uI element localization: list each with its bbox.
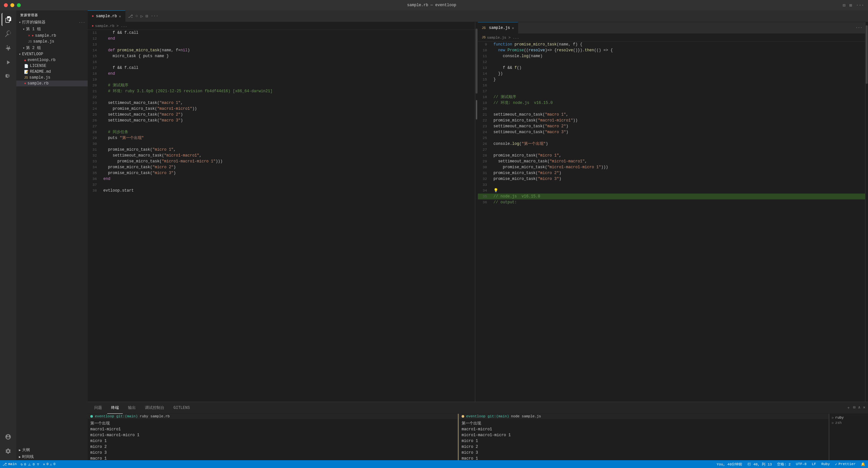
encoding-item[interactable]: UTF-8 bbox=[796, 462, 807, 466]
eventloop-label: EVENTLOOP bbox=[22, 52, 43, 57]
maximize-button[interactable] bbox=[17, 3, 21, 7]
sidebar-more-icon[interactable]: ··· bbox=[79, 21, 85, 24]
group-2-header[interactable]: ▾ 第 2 组 bbox=[19, 44, 88, 51]
sidebar-sample-js[interactable]: JS sample.js bbox=[16, 75, 88, 81]
terminal-content-right[interactable]: 第一个出现 macro1-micro1 micro1-macro1-micro … bbox=[459, 419, 829, 460]
line-endings-item[interactable]: LF bbox=[812, 462, 816, 466]
editor-tabs-bar: ● sample.rb ✕ ⎇ ○ ▷ ⊟ ··· bbox=[88, 10, 868, 22]
problems-tab-label: 问题 bbox=[94, 405, 102, 410]
maximize-panel-icon[interactable]: ∧ bbox=[858, 405, 861, 410]
sidebar: 资源管理器 ▾ 打开的编辑器 ··· ▾ 第 1 组 ✕ ● sample.rb… bbox=[16, 10, 88, 460]
tab-sample-rb-close[interactable]: ✕ bbox=[119, 14, 121, 19]
table-row: 15 } bbox=[478, 76, 865, 83]
explorer-icon[interactable] bbox=[2, 13, 14, 26]
sidebar-license[interactable]: 📄 LICENSE bbox=[16, 63, 88, 69]
cursor-position-item[interactable]: You, 40分钟前 bbox=[717, 462, 742, 467]
tab-js-icon: JS bbox=[482, 26, 486, 30]
run-icon[interactable]: ▷ bbox=[140, 13, 143, 19]
list-item: macro 1 bbox=[462, 456, 826, 460]
git-branch-item[interactable]: ⎇ main bbox=[3, 462, 17, 466]
tab-problems[interactable]: 问题 bbox=[90, 402, 106, 414]
spaces-item[interactable]: 空格: 2 bbox=[777, 462, 791, 467]
outline-header[interactable]: ▶ 大纲 bbox=[16, 446, 88, 454]
accounts-activity-icon[interactable] bbox=[2, 430, 14, 443]
open-editors-header[interactable]: ▾ 打开的编辑器 ··· bbox=[16, 19, 88, 26]
close-button[interactable] bbox=[4, 3, 8, 7]
sidebar-eventloop-rb[interactable]: ◆ eventloop.rb bbox=[16, 57, 88, 63]
left-scrollbar-thumb[interactable] bbox=[475, 29, 477, 94]
spaces-label: 空格: 2 bbox=[777, 462, 791, 467]
editor-pane-right: JS sample.js ✕ ··· JS sample.js > ... bbox=[478, 22, 865, 402]
left-scrollbar[interactable] bbox=[475, 22, 478, 402]
sidebar-readme[interactable]: 📝 README.md bbox=[16, 69, 88, 75]
errors-item[interactable]: ✕ 0 ⚠ 0 bbox=[43, 462, 55, 466]
list-item: micro 3 bbox=[90, 450, 455, 456]
table-row: 26 settimeout_macro_task("macro 3") bbox=[88, 118, 475, 123]
table-row: 25 settimeout_macro_task("macro 2") bbox=[88, 112, 475, 118]
eventloop-header[interactable]: ▾ EVENTLOOP bbox=[16, 51, 88, 57]
timeline-header[interactable]: ▶ 时间线 bbox=[16, 454, 88, 460]
run-debug-activity-icon[interactable] bbox=[2, 56, 14, 69]
split-terminal-icon[interactable]: ⊟ bbox=[853, 405, 855, 410]
terminal-divider-marker bbox=[458, 414, 459, 460]
debug-console-tab-label: 调试控制台 bbox=[145, 405, 164, 410]
terminal-content-left[interactable]: 第一个出现 macro1-micro1 micro1-macro1-micro … bbox=[88, 419, 457, 460]
extensions-activity-icon[interactable] bbox=[2, 70, 14, 83]
breadcrumb-text-left: sample.rb > ... bbox=[95, 24, 127, 28]
table-row: 16 bbox=[478, 83, 865, 88]
tab-sample-rb-label: sample.rb bbox=[96, 14, 117, 19]
close-all-icon[interactable]: ○ bbox=[135, 13, 138, 19]
dots-editor-icon[interactable]: ··· bbox=[151, 13, 158, 19]
line-col-item[interactable]: 行 40, 列 13 bbox=[747, 462, 772, 467]
source-control-activity-icon[interactable] bbox=[2, 41, 14, 55]
tab-output[interactable]: 输出 bbox=[124, 402, 140, 414]
settings-activity-icon[interactable] bbox=[2, 445, 14, 458]
table-row: 14 def promise_micro_task(name, f=nil) bbox=[88, 48, 475, 53]
file-modified-icon: ✕ bbox=[28, 33, 30, 38]
add-terminal-icon[interactable]: ＋ bbox=[846, 405, 850, 410]
panels-icon[interactable]: ⊟ bbox=[843, 3, 845, 8]
open-file-sample-js[interactable]: JS sample.js bbox=[19, 39, 88, 44]
tab-sample-js-close[interactable]: ✕ bbox=[512, 26, 514, 30]
terminal-list-item-zsh[interactable]: ▷ zsh bbox=[829, 420, 868, 426]
tab-gitlens[interactable]: GITLENS bbox=[169, 402, 194, 414]
table-row: 19 // 环境: node.js v16.15.0 bbox=[478, 100, 865, 106]
tab-sample-rb[interactable]: ● sample.rb ✕ bbox=[88, 10, 125, 22]
window-title: sample.rb — eventloop bbox=[407, 3, 456, 7]
sidebar-sample-rb[interactable]: ● sample.rb bbox=[16, 81, 88, 86]
right-scrollbar[interactable] bbox=[865, 22, 868, 402]
group-2-arrow: ▾ bbox=[23, 46, 25, 50]
tab-terminal[interactable]: 终端 bbox=[107, 402, 123, 414]
editor-breadcrumb-left: ● sample.rb > ... bbox=[88, 22, 475, 30]
timeline-arrow: ▶ bbox=[19, 455, 21, 459]
code-lines-left: 11 f && f.call 12 end 13 14 bbox=[88, 30, 475, 402]
git-sync-item[interactable]: ↻ 0 △ 0 ▽ bbox=[21, 462, 39, 466]
right-editor-more-icon[interactable]: ··· bbox=[855, 26, 863, 30]
notifications-item[interactable]: 🔔 bbox=[861, 462, 865, 466]
split-icon[interactable]: ⎇ bbox=[128, 13, 133, 19]
close-panel-icon[interactable]: ✕ bbox=[863, 405, 865, 410]
more-icon[interactable]: ··· bbox=[856, 3, 864, 8]
bottom-tab-actions: ＋ ⊟ ∧ ✕ bbox=[846, 405, 865, 410]
group-1-header[interactable]: ▾ 第 1 组 bbox=[19, 26, 88, 32]
code-editor-right[interactable]: 9 function promise_micro_task(name, f) {… bbox=[478, 41, 865, 402]
search-activity-icon[interactable] bbox=[2, 27, 14, 40]
table-row: 36 end bbox=[88, 176, 475, 182]
encoding-label: UTF-8 bbox=[796, 462, 807, 466]
git-branch-label: main bbox=[8, 462, 17, 466]
right-scrollbar-thumb[interactable] bbox=[866, 25, 868, 84]
open-file-sample-rb[interactable]: ✕ ● sample.rb bbox=[19, 32, 88, 39]
tab-sample-js[interactable]: JS sample.js ✕ bbox=[478, 22, 518, 34]
list-item: micro1-macro1-micro 1 bbox=[462, 432, 826, 438]
table-row: 11 f && f.call bbox=[88, 30, 475, 36]
editor-layout-icon[interactable]: ⊞ bbox=[849, 3, 852, 8]
code-editor-left[interactable]: 11 f && f.call 12 end 13 14 bbox=[88, 30, 475, 402]
more-editor-icon[interactable]: ⊟ bbox=[146, 13, 148, 19]
terminal-list-item-ruby[interactable]: ▷ ruby bbox=[829, 415, 868, 420]
minimize-button[interactable] bbox=[10, 3, 14, 7]
license-icon: 📄 bbox=[24, 64, 29, 68]
language-item[interactable]: Ruby bbox=[821, 462, 830, 466]
terminal-cmd-left: ruby sample.rb bbox=[140, 414, 169, 418]
formatter-item[interactable]: ✓ Prettier bbox=[835, 462, 856, 466]
tab-debug-console[interactable]: 调试控制台 bbox=[141, 402, 168, 414]
